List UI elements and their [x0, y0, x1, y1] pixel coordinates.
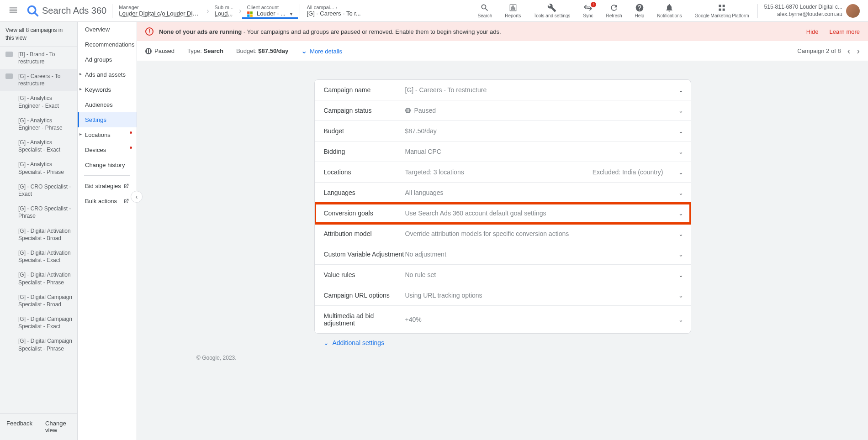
setting-row-conversion-goals[interactable]: Conversion goalsUse Search Ads 360 accou…: [315, 203, 691, 224]
search-ads-360-icon: [26, 5, 39, 17]
nav-item-devices[interactable]: Devices: [78, 142, 137, 157]
setting-value: Using URL tracking options: [405, 292, 682, 299]
setting-label: Attribution model: [324, 230, 405, 237]
setting-value: All languages: [405, 189, 682, 196]
setting-row-bidding[interactable]: BiddingManual CPC⌄: [315, 141, 691, 162]
setting-label: Conversion goals: [324, 210, 405, 217]
campaign-list: [B] - Brand - To restructure[G] - Career…: [0, 47, 77, 413]
pause-icon: [405, 108, 411, 113]
refresh-button[interactable]: Refresh: [600, 0, 629, 22]
setting-row-custom-variable-adjustment[interactable]: Custom Variable AdjustmentNo adjustment⌄: [315, 244, 691, 265]
setting-label: Custom Variable Adjustment: [324, 251, 405, 258]
topbar: Search Ads 360 Manager Louder Digital c/…: [0, 0, 868, 22]
breadcrumb-scope[interactable]: All campai... › [G] - Careers - To r...: [302, 3, 365, 19]
nav-item-settings[interactable]: Settings: [78, 112, 137, 127]
main-menu-button[interactable]: [4, 0, 23, 21]
alert-hide-button[interactable]: Hide: [806, 28, 819, 35]
setting-value: [G] - Careers - To restructure: [405, 86, 682, 94]
setting-label: Locations: [324, 168, 405, 176]
setting-label: Budget: [324, 127, 405, 135]
chevron-down-icon: ⌄: [678, 87, 683, 94]
additional-settings-toggle[interactable]: Additional settings: [314, 334, 691, 352]
top-actions: Search Reports Tools and settings ! Sync…: [471, 0, 864, 22]
campaign-item[interactable]: [G] - Digital Activation Specialist - Ph…: [0, 267, 77, 289]
chevron-down-icon: ⌄: [678, 272, 683, 278]
setting-row-campaign-url-options[interactable]: Campaign URL optionsUsing URL tracking o…: [315, 285, 691, 306]
change-view-link[interactable]: Change view: [39, 416, 77, 437]
feedback-link[interactable]: Feedback: [0, 416, 39, 437]
campaign-item[interactable]: [B] - Brand - To restructure: [0, 47, 77, 69]
chevron-down-icon: ⌄: [678, 107, 683, 114]
breadcrumb-client[interactable]: Client account Louder - ... ▼: [242, 3, 298, 19]
nav-item-change-history[interactable]: Change history: [78, 157, 137, 173]
campaign-item[interactable]: [G] - Careers - To restructure: [0, 69, 77, 91]
campaign-position: Campaign 2 of 8: [797, 47, 841, 54]
search-button[interactable]: Search: [471, 0, 499, 22]
user-menu[interactable]: 515-811-6870 Louder Digital c... alex.by…: [760, 4, 864, 18]
campaign-item[interactable]: [G] - Analytics Specialist - Exact: [0, 135, 77, 157]
nav-item-recommendations[interactable]: Recommendations: [78, 37, 137, 52]
campaign-item[interactable]: [G] - CRO Specialist - Phrase: [0, 201, 77, 223]
nav-item-bulk-actions[interactable]: Bulk actions: [78, 194, 137, 209]
nav-item-locations[interactable]: Locations: [78, 127, 137, 142]
setting-row-budget[interactable]: Budget$87.50/day⌄: [315, 121, 691, 141]
notifications-button[interactable]: Notifications: [651, 0, 688, 22]
nav-item-bid-strategies[interactable]: Bid strategies: [78, 178, 137, 194]
sync-button[interactable]: ! Sync: [577, 0, 599, 22]
reports-button[interactable]: Reports: [498, 0, 527, 22]
next-campaign-button[interactable]: ›: [857, 46, 860, 56]
breadcrumb-manager[interactable]: Manager Louder Digital c/o Louder Digita…: [114, 3, 206, 19]
campaign-item[interactable]: [G] - Digital Campaign Specialist - Broa…: [0, 290, 77, 312]
campaign-item[interactable]: [G] - Digital Activation Specialist - Br…: [0, 224, 77, 246]
bell-icon: [665, 3, 674, 12]
avatar[interactable]: [846, 4, 860, 18]
nav-item-ads-and-assets[interactable]: Ads and assets: [78, 67, 137, 82]
setting-row-value-rules[interactable]: Value rulesNo rule set⌄: [315, 265, 691, 285]
campaign-item[interactable]: [G] - Digital Activation Specialist - Ex…: [0, 246, 77, 267]
more-details-toggle[interactable]: More details: [301, 47, 342, 55]
chevron-down-icon: ⌄: [678, 189, 683, 196]
campaign-item[interactable]: [G] - Analytics Engineer - Phrase: [0, 113, 77, 135]
help-icon: [635, 3, 644, 12]
campaign-item[interactable]: [G] - Digital Campaign Specialist - Phra…: [0, 334, 77, 356]
app-logo[interactable]: Search Ads 360: [23, 5, 110, 17]
setting-row-campaign-name[interactable]: Campaign name[G] - Careers - To restruct…: [315, 80, 691, 100]
chevron-right-icon: ›: [238, 7, 242, 15]
setting-label: Campaign status: [324, 107, 405, 114]
search-icon: [480, 3, 489, 12]
pause-icon: [145, 48, 152, 54]
nav-item-audiences[interactable]: Audiences: [78, 97, 137, 112]
tools-button[interactable]: Tools and settings: [527, 0, 577, 22]
view-all-link[interactable]: View all 8 campaigns in this view: [0, 22, 77, 47]
setting-row-languages[interactable]: LanguagesAll languages⌄: [315, 183, 691, 203]
collapse-nav-button[interactable]: ‹: [131, 191, 143, 203]
sync-alert-badge: !: [591, 2, 596, 7]
svg-rect-6: [723, 5, 725, 7]
setting-row-campaign-status[interactable]: Campaign statusPaused⌄: [315, 100, 691, 121]
setting-value: Paused: [405, 107, 682, 114]
campaign-item[interactable]: [G] - Analytics Specialist - Phrase: [0, 157, 77, 179]
setting-row-attribution-model[interactable]: Attribution modelOverride attribution mo…: [315, 224, 691, 244]
chevron-down-icon: ⌄: [678, 128, 683, 135]
campaign-item[interactable]: [G] - Analytics Engineer - Exact: [0, 91, 77, 113]
setting-row-locations[interactable]: LocationsTargeted: 3 locationsExcluded: …: [315, 162, 691, 183]
nav-item-ad-groups[interactable]: Ad groups: [78, 52, 137, 67]
campaign-item[interactable]: [G] - CRO Specialist - Exact: [0, 179, 77, 201]
chevron-down-icon: ⌄: [678, 148, 683, 155]
setting-value: Manual CPC: [405, 148, 682, 155]
help-button[interactable]: Help: [629, 0, 651, 22]
campaign-item[interactable]: [G] - Digital Campaign Specialist - Exac…: [0, 312, 77, 334]
nav-item-overview[interactable]: Overview: [78, 22, 137, 37]
setting-value: No rule set: [405, 271, 682, 278]
svg-rect-1: [248, 11, 250, 14]
nav-item-keywords[interactable]: Keywords: [78, 82, 137, 97]
breadcrumb-submanager[interactable]: Sub-m... Loud...: [210, 3, 238, 19]
prev-campaign-button[interactable]: ‹: [847, 46, 851, 56]
setting-row-multimedia-ad-bid-adjustment[interactable]: Multimedia ad bid adjustment+40%⌄: [315, 306, 691, 333]
svg-rect-4: [250, 14, 253, 16]
alert-learn-more-button[interactable]: Learn more: [830, 28, 860, 35]
setting-label: Languages: [324, 189, 405, 196]
dropdown-icon: ▼: [289, 11, 294, 16]
chevron-right-icon: ›: [206, 7, 210, 15]
gmp-button[interactable]: Google Marketing Platform: [688, 0, 756, 22]
